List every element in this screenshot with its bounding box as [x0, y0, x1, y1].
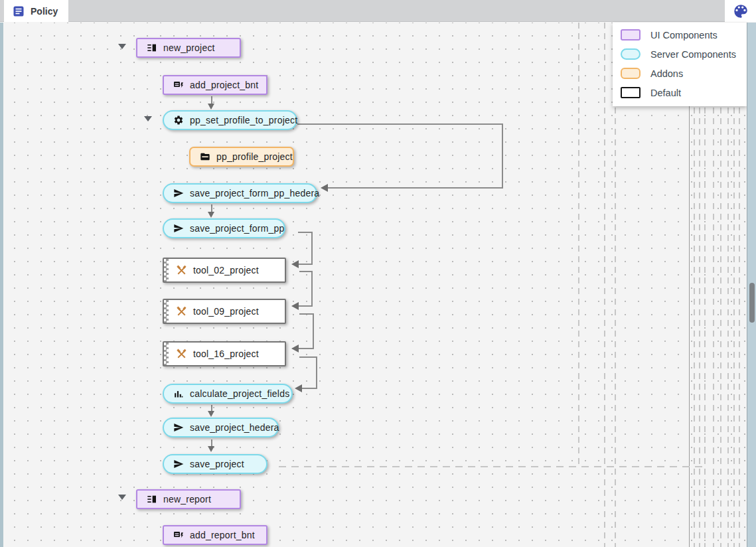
button-icon: [173, 80, 184, 91]
legend-item-ui-components: UI Components: [621, 29, 747, 40]
legend-label: Addons: [650, 68, 683, 79]
arrowhead-left-icon: [295, 384, 302, 392]
connector-line: [313, 313, 314, 349]
send-icon: [173, 188, 184, 199]
node-add_report_bnt[interactable]: add_report_bnt: [163, 525, 267, 545]
arrowhead-down-icon: [208, 446, 214, 452]
guide-dashed-line: [604, 23, 605, 547]
arrowhead-down-icon: [208, 104, 214, 110]
arrowhead-left-icon: [291, 345, 299, 352]
connector-line: [299, 356, 317, 358]
tools-icon: [176, 306, 187, 317]
node-label: add_report_bnt: [190, 530, 255, 540]
palette-icon[interactable]: [732, 3, 749, 20]
ui-components-swatch: [621, 29, 641, 40]
node-tool_16_project[interactable]: tool_16_project: [163, 341, 286, 366]
connector-line: [298, 232, 313, 233]
node-label: save_project_form_pp_hedera: [190, 188, 319, 198]
collapse-arrow-pp_set_profile[interactable]: [144, 116, 152, 121]
node-tool_09_project[interactable]: tool_09_project: [163, 299, 286, 324]
node-save_project_hedera[interactable]: save_project_hedera: [163, 418, 279, 437]
connector-line: [311, 271, 313, 307]
arrowhead-left-icon: [291, 260, 299, 268]
node-label: new_project: [163, 42, 215, 53]
connector-line: [327, 187, 503, 189]
node-label: new_report: [163, 494, 211, 505]
gear-icon: [173, 115, 184, 126]
node-label: save_project_form_pp: [190, 223, 285, 234]
legend-label: UI Components: [650, 30, 718, 40]
node-save_project_form_pp[interactable]: save_project_form_pp: [163, 218, 285, 238]
node-label: tool_09_project: [193, 306, 259, 317]
button-icon: [173, 530, 184, 541]
tools-icon: [176, 349, 187, 360]
connector-line: [301, 388, 317, 389]
connector-line: [297, 264, 313, 265]
vertical-scrollbar[interactable]: [747, 23, 756, 547]
legend-item-server-components: Server Components: [621, 48, 747, 60]
default-swatch: [621, 87, 641, 98]
connector-line: [297, 348, 314, 349]
collapse-arrow-new_project[interactable]: [118, 44, 126, 49]
policy-doc-icon: [13, 5, 25, 17]
collapse-arrow-new_report[interactable]: [118, 495, 126, 500]
node-label: tool_16_project: [193, 349, 259, 359]
connector-line: [316, 356, 317, 389]
policy-canvas: new_project add_project_bnt pp_set_profi…: [0, 23, 756, 547]
node-calculate_project_fields[interactable]: calculate_project_fields: [163, 384, 293, 404]
connector-line: [299, 271, 313, 272]
interface-icon: [146, 494, 157, 505]
arrowhead-left-icon: [321, 184, 328, 192]
tab-policy[interactable]: Policy: [4, 0, 68, 22]
connector-line: [311, 232, 313, 265]
guide-dashed-line: [578, 23, 579, 467]
left-scroll-strip[interactable]: [0, 23, 3, 547]
send-icon: [173, 459, 184, 470]
addons-swatch: [621, 68, 641, 79]
node-new_project[interactable]: new_project: [136, 38, 241, 58]
server-components-swatch: [621, 48, 641, 60]
interface-icon: [146, 42, 157, 54]
node-save_project_form_pp_hedera[interactable]: save_project_form_pp_hedera: [163, 183, 317, 203]
bar-chart-icon: [173, 388, 184, 400]
send-icon: [173, 223, 184, 234]
policy-configurator-window: Policy: [0, 0, 756, 547]
node-label: add_project_bnt: [190, 80, 258, 90]
folder-icon: [199, 151, 210, 163]
theme-corner: [725, 0, 756, 22]
legend-label: Default: [650, 88, 681, 98]
arrowhead-down-icon: [208, 411, 214, 417]
node-label: pp_profile_project: [216, 151, 293, 162]
legend-panel: UI Components Server Components Addons D…: [613, 23, 747, 106]
node-label: tool_02_project: [193, 265, 259, 275]
vertical-scrollbar-thumb[interactable]: [749, 283, 755, 323]
send-icon: [173, 422, 184, 433]
connector-line: [502, 123, 503, 189]
node-new_report[interactable]: new_report: [136, 489, 241, 509]
node-tool_02_project[interactable]: tool_02_project: [163, 258, 286, 283]
tab-bar: Policy: [0, 0, 756, 22]
tab-policy-label: Policy: [31, 6, 58, 17]
connector-line: [297, 305, 313, 307]
legend-label: Server Components: [650, 49, 736, 60]
node-pp_profile_project[interactable]: pp_profile_project: [189, 147, 294, 167]
node-label: pp_set_profile_to_project: [190, 115, 297, 125]
node-save_project[interactable]: save_project: [163, 454, 267, 474]
node-label: save_project: [190, 459, 244, 469]
legend-item-addons: Addons: [621, 68, 747, 79]
arrowhead-left-icon: [291, 302, 299, 310]
node-label: save_project_hedera: [190, 422, 279, 433]
arrowhead-down-icon: [208, 212, 214, 218]
connector-dashed-line: [279, 466, 704, 467]
node-add_project_bnt[interactable]: add_project_bnt: [163, 75, 267, 95]
node-pp_set_profile_to_project[interactable]: pp_set_profile_to_project: [163, 110, 297, 130]
tools-icon: [176, 265, 187, 276]
legend-item-default: Default: [621, 87, 747, 98]
node-label: calculate_project_fields: [190, 388, 289, 399]
connector-line: [297, 123, 503, 125]
connector-line: [299, 313, 314, 315]
